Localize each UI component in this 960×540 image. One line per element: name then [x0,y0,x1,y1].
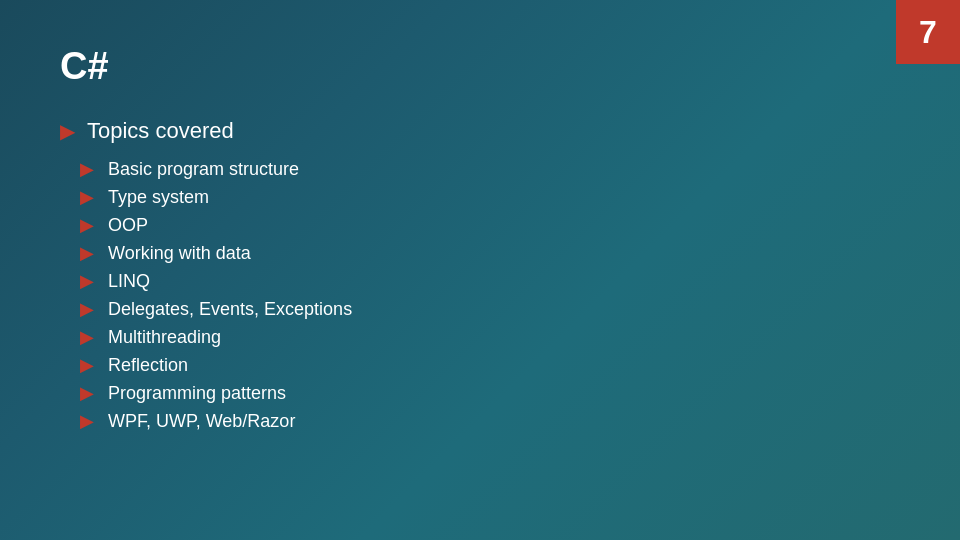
bullet-icon: ▶ [80,410,94,432]
topic-label: Multithreading [108,327,221,348]
list-item: ▶ Type system [80,186,900,208]
topics-section: ▶ Topics covered ▶ Basic program structu… [60,118,900,432]
slide-number: 7 [896,0,960,64]
bullet-icon: ▶ [80,326,94,348]
list-item: ▶ Reflection [80,354,900,376]
slide: 7 C# ▶ Topics covered ▶ Basic program st… [0,0,960,540]
topic-label: OOP [108,215,148,236]
list-item: ▶ Delegates, Events, Exceptions [80,298,900,320]
topics-header-label: Topics covered [87,118,234,144]
bullet-icon: ▶ [80,158,94,180]
topics-header-row: ▶ Topics covered [60,118,900,144]
bullet-icon: ▶ [80,214,94,236]
main-arrow-icon: ▶ [60,119,75,143]
list-item: ▶ Working with data [80,242,900,264]
list-item: ▶ Basic program structure [80,158,900,180]
list-item: ▶ Multithreading [80,326,900,348]
list-item: ▶ WPF, UWP, Web/Razor [80,410,900,432]
bullet-icon: ▶ [80,242,94,264]
list-item: ▶ LINQ [80,270,900,292]
topic-label: Delegates, Events, Exceptions [108,299,352,320]
topic-list: ▶ Basic program structure ▶ Type system … [80,158,900,432]
topic-label: Basic program structure [108,159,299,180]
topic-label: Type system [108,187,209,208]
bullet-icon: ▶ [80,270,94,292]
topic-label: LINQ [108,271,150,292]
slide-title: C# [60,45,900,88]
bullet-icon: ▶ [80,354,94,376]
topic-label: Reflection [108,355,188,376]
bullet-icon: ▶ [80,298,94,320]
bullet-icon: ▶ [80,186,94,208]
bullet-icon: ▶ [80,382,94,404]
topic-label: WPF, UWP, Web/Razor [108,411,295,432]
topic-label: Working with data [108,243,251,264]
list-item: ▶ OOP [80,214,900,236]
topic-label: Programming patterns [108,383,286,404]
list-item: ▶ Programming patterns [80,382,900,404]
